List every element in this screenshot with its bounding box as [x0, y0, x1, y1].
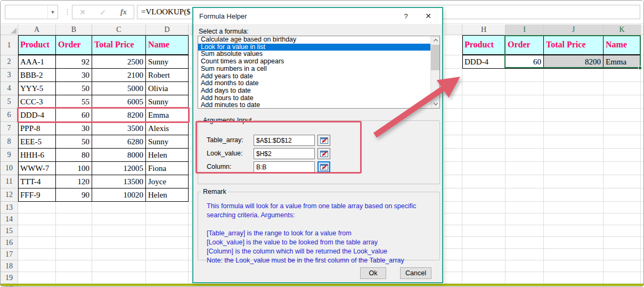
- row-header[interactable]: 16: [1, 237, 18, 249]
- column-header-a[interactable]: A: [18, 24, 56, 35]
- scrollbar-thumb[interactable]: [431, 45, 440, 70]
- cell[interactable]: [462, 162, 506, 175]
- table-header-cell[interactable]: Order: [56, 35, 92, 55]
- cell[interactable]: [641, 249, 644, 260]
- column-header-c[interactable]: C: [92, 24, 146, 35]
- cell[interactable]: TTT-4: [18, 175, 56, 188]
- row-header[interactable]: 9: [1, 149, 18, 162]
- cell[interactable]: [506, 122, 544, 135]
- cell[interactable]: Emma: [604, 55, 641, 69]
- cell[interactable]: [604, 175, 641, 188]
- name-box-dropdown-icon[interactable]: ▼: [47, 5, 58, 19]
- insert-function-icon[interactable]: fx: [116, 8, 132, 17]
- row-header[interactable]: 14: [1, 214, 18, 225]
- cell[interactable]: 90: [56, 188, 92, 202]
- cell[interactable]: [18, 249, 56, 260]
- cell[interactable]: [604, 162, 641, 175]
- cell[interactable]: [604, 135, 641, 149]
- cell[interactable]: Helen: [146, 188, 189, 202]
- cell[interactable]: [641, 175, 644, 188]
- cell[interactable]: [506, 249, 544, 260]
- row-header[interactable]: 18: [1, 260, 18, 272]
- cell[interactable]: [444, 175, 462, 188]
- help-icon[interactable]: ?: [397, 8, 414, 24]
- cell[interactable]: Fiona: [146, 162, 189, 175]
- cell[interactable]: 13500: [92, 175, 146, 188]
- cell[interactable]: Olivia: [146, 82, 189, 95]
- cell[interactable]: [544, 188, 604, 202]
- select-all-corner[interactable]: [1, 24, 18, 35]
- cell[interactable]: [92, 202, 146, 214]
- formula-option[interactable]: Sum numbers in a cell: [198, 65, 439, 73]
- formula-listbox[interactable]: Calculate age based on birthdayLook for …: [198, 36, 440, 109]
- cell[interactable]: [462, 214, 506, 225]
- cell[interactable]: [604, 69, 641, 82]
- cell[interactable]: [641, 69, 644, 82]
- cell[interactable]: [641, 162, 644, 175]
- formula-option[interactable]: Calculate age based on birthday: [198, 36, 439, 44]
- table-header-cell[interactable]: Name: [604, 35, 641, 55]
- cell[interactable]: [641, 188, 644, 202]
- cell[interactable]: HHH-6: [18, 149, 56, 162]
- cell[interactable]: Sunny: [146, 55, 189, 69]
- cell[interactable]: [544, 95, 604, 109]
- cell[interactable]: 50: [56, 82, 92, 95]
- formula-option[interactable]: Add hours to date: [198, 95, 439, 102]
- cell[interactable]: 8000: [92, 149, 146, 162]
- row-header[interactable]: 10: [1, 162, 18, 175]
- cell[interactable]: AAA-1: [18, 55, 56, 69]
- row-header[interactable]: 15: [1, 225, 18, 237]
- cell[interactable]: [444, 109, 462, 122]
- table-header-cell[interactable]: Product: [18, 35, 56, 55]
- cell[interactable]: 30: [56, 122, 92, 135]
- cell[interactable]: [604, 82, 641, 95]
- cell[interactable]: 100: [56, 162, 92, 175]
- cell[interactable]: [641, 95, 644, 109]
- cell[interactable]: [604, 202, 641, 214]
- cell[interactable]: [462, 202, 506, 214]
- cell[interactable]: [56, 202, 92, 214]
- cell[interactable]: FFF-9: [18, 188, 56, 202]
- cell[interactable]: [506, 162, 544, 175]
- cell[interactable]: [544, 135, 604, 149]
- cell[interactable]: [641, 35, 644, 55]
- argument-input[interactable]: [254, 161, 315, 173]
- row-header[interactable]: 5: [1, 95, 18, 109]
- cell[interactable]: [146, 214, 189, 225]
- cell[interactable]: [18, 237, 56, 249]
- cell[interactable]: 80: [56, 149, 92, 162]
- cell[interactable]: Sunny: [146, 95, 189, 109]
- cell[interactable]: [146, 249, 189, 260]
- cell[interactable]: 30: [56, 69, 92, 82]
- cell[interactable]: [462, 249, 506, 260]
- cell[interactable]: [92, 249, 146, 260]
- cell[interactable]: [146, 225, 189, 237]
- cell[interactable]: [92, 272, 146, 284]
- table-header-cell[interactable]: Total Price: [544, 35, 604, 55]
- cell[interactable]: 50: [56, 135, 92, 149]
- cell[interactable]: [444, 188, 462, 202]
- cell[interactable]: 8200: [544, 55, 604, 69]
- cell[interactable]: [604, 149, 641, 162]
- cell[interactable]: [146, 237, 189, 249]
- formula-option[interactable]: Sum absolute values: [198, 51, 439, 58]
- cell[interactable]: [462, 122, 506, 135]
- cell[interactable]: [544, 237, 604, 249]
- cell[interactable]: [56, 249, 92, 260]
- cell[interactable]: [506, 135, 544, 149]
- cell[interactable]: Emma: [146, 109, 189, 122]
- table-header-cell[interactable]: Name: [146, 35, 189, 55]
- cell[interactable]: [462, 82, 506, 95]
- cell[interactable]: [18, 202, 56, 214]
- cell[interactable]: [56, 225, 92, 237]
- cell[interactable]: [506, 149, 544, 162]
- dialog-title-bar[interactable]: Formula Helper ? ✕: [193, 8, 442, 24]
- ok-button[interactable]: Ok: [360, 267, 386, 279]
- cell[interactable]: [544, 82, 604, 95]
- row-header[interactable]: 3: [1, 69, 18, 82]
- cell[interactable]: [444, 95, 462, 109]
- cell[interactable]: WWW-7: [18, 162, 56, 175]
- cell[interactable]: [544, 109, 604, 122]
- cell[interactable]: 55: [56, 95, 92, 109]
- cell[interactable]: [444, 272, 462, 284]
